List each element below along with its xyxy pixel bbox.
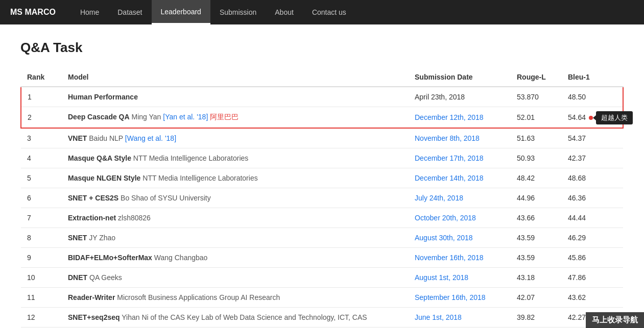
table-row: 4Masque Q&A Style NTT Media Intelligence…: [21, 148, 623, 168]
cell-rank: 6: [21, 188, 62, 208]
cell-date[interactable]: December 17th, 2018: [409, 148, 511, 168]
date-link[interactable]: August 1st, 2018: [415, 273, 468, 282]
date-link[interactable]: August 30th, 2018: [415, 234, 473, 242]
model-sub: Microsoft Business Applications Group AI…: [115, 293, 280, 301]
nav-item-submission[interactable]: Submission: [210, 0, 266, 24]
date-link[interactable]: July 24th, 2018: [415, 194, 463, 202]
cell-bleu: 46.29: [562, 228, 623, 248]
cell-rouge: 44.96: [511, 188, 562, 208]
col-header-rank: Rank: [21, 68, 62, 87]
cell-bleu: 42.37: [562, 148, 623, 168]
date-link[interactable]: June 1st, 2018: [415, 313, 462, 321]
main-content: Q&A Task Rank Model Submission Date Roug…: [0, 24, 644, 328]
cell-date[interactable]: August 1st, 2018: [409, 268, 511, 288]
cell-bleu: 47.86: [562, 268, 623, 288]
leaderboard-table: Rank Model Submission Date Rouge-L Bleu-…: [20, 68, 624, 327]
date-link[interactable]: December 14th, 2018: [415, 174, 484, 182]
table-row: 2Deep Cascade QA Ming Yan [Yan et al. '1…: [21, 107, 623, 129]
col-header-rouge: Rouge-L: [511, 68, 562, 87]
cell-model: Masque NLGEN Style NTT Media Intelligenc…: [62, 168, 409, 188]
date-link[interactable]: October 20th, 2018: [415, 214, 476, 222]
cell-rank: 2: [21, 107, 62, 129]
model-name: Masque NLGEN Style: [68, 174, 140, 182]
model-name: DNET: [68, 273, 87, 282]
table-body: 1Human PerformanceApril 23th, 201853.870…: [21, 87, 623, 327]
cell-rank: 9: [21, 248, 62, 268]
exceeds-human-tooltip: 超越人类: [596, 111, 633, 124]
nav-item-leaderboard[interactable]: Leaderboard: [152, 0, 210, 24]
cell-rank: 7: [21, 208, 62, 228]
table-row: 8SNET JY ZhaoAugust 30th, 201843.5946.29: [21, 228, 623, 248]
nav-link-home[interactable]: Home: [71, 0, 108, 24]
cell-date[interactable]: October 20th, 2018: [409, 208, 511, 228]
model-name: SNET + CES2S: [68, 194, 118, 202]
navbar: MS MARCO Home Dataset Leaderboard Submis…: [0, 0, 644, 24]
cell-date[interactable]: June 1st, 2018: [409, 308, 511, 327]
brand-logo[interactable]: MS MARCO: [10, 8, 56, 17]
exceeds-human-dot: [589, 116, 593, 120]
nav-link-leaderboard[interactable]: Leaderboard: [152, 0, 210, 24]
model-sub: JY Zhao: [87, 234, 115, 242]
cell-rouge: 42.07: [511, 288, 562, 308]
table-row: 5Masque NLGEN Style NTT Media Intelligen…: [21, 168, 623, 188]
nav-item-dataset[interactable]: Dataset: [108, 0, 151, 24]
cell-rouge: 43.59: [511, 248, 562, 268]
cell-rouge: 39.82: [511, 308, 562, 327]
cell-model: SNET JY Zhao: [62, 228, 409, 248]
cell-rank: 12: [21, 308, 62, 327]
cell-model: Masque Q&A Style NTT Media Intelligence …: [62, 148, 409, 168]
model-sub: Bo Shao of SYSU University: [118, 194, 211, 202]
cell-date[interactable]: December 14th, 2018: [409, 168, 511, 188]
nav-item-about[interactable]: About: [266, 0, 303, 24]
cell-rouge: 43.66: [511, 208, 562, 228]
cell-rank: 4: [21, 148, 62, 168]
watermark-badge: 马上收录导航: [586, 312, 644, 328]
nav-link-contact[interactable]: Contact us: [303, 0, 355, 24]
col-header-model: Model: [62, 68, 409, 87]
model-name: Extraction-net: [68, 214, 116, 222]
model-name: BIDAF+ELMo+SofterMax: [68, 254, 152, 262]
model-name: Deep Cascade QA: [68, 113, 130, 121]
cell-date[interactable]: November 16th, 2018: [409, 248, 511, 268]
cell-rouge: 52.01: [511, 107, 562, 129]
model-name: Human Performance: [68, 93, 138, 101]
cell-model: SNET + CES2S Bo Shao of SYSU University: [62, 188, 409, 208]
cell-rank: 1: [21, 87, 62, 107]
model-reference-link[interactable]: [Wang et al. '18]: [125, 134, 176, 142]
nav-item-contact[interactable]: Contact us: [303, 0, 355, 24]
model-pre-link: Ming Yan: [130, 113, 163, 121]
date-link[interactable]: September 16th, 2018: [415, 293, 486, 301]
date-link[interactable]: November 16th, 2018: [415, 254, 484, 262]
nav-link-submission[interactable]: Submission: [210, 0, 266, 24]
model-sub: NTT Media Intelligence Laboratories: [140, 174, 257, 182]
cell-bleu: 54.64超越人类: [562, 107, 623, 129]
cell-model: Human Performance: [62, 87, 409, 107]
cell-model: BIDAF+ELMo+SofterMax Wang Changbao: [62, 248, 409, 268]
cell-rouge: 43.18: [511, 268, 562, 288]
model-reference-link[interactable]: [Yan et al. '18]: [163, 113, 208, 121]
date-link[interactable]: November 8th, 2018: [415, 134, 480, 142]
cell-date[interactable]: July 24th, 2018: [409, 188, 511, 208]
table-row: 12SNET+seq2seq Yihan Ni of the CAS Key L…: [21, 308, 623, 327]
cell-date[interactable]: September 16th, 2018: [409, 288, 511, 308]
date-link[interactable]: December 17th, 2018: [415, 154, 484, 162]
cell-bleu: 43.62: [562, 288, 623, 308]
nav-item-home[interactable]: Home: [71, 0, 108, 24]
nav-links: Home Dataset Leaderboard Submission Abou…: [71, 0, 355, 24]
cell-rank: 11: [21, 288, 62, 308]
date-link[interactable]: December 12th, 2018: [415, 113, 484, 121]
nav-link-about[interactable]: About: [266, 0, 303, 24]
table-row: 10DNET QA GeeksAugust 1st, 201843.1847.8…: [21, 268, 623, 288]
model-name: Masque Q&A Style: [68, 154, 131, 162]
cell-bleu: 48.68: [562, 168, 623, 188]
cell-rouge: 50.93: [511, 148, 562, 168]
model-sub: Wang Changbao: [152, 254, 207, 262]
cell-date[interactable]: August 30th, 2018: [409, 228, 511, 248]
cell-date[interactable]: December 12th, 2018: [409, 107, 511, 129]
model-name: SNET: [68, 234, 87, 242]
cell-date[interactable]: November 8th, 2018: [409, 128, 511, 148]
dot-tooltip-wrapper: 超越人类: [587, 116, 593, 120]
nav-link-dataset[interactable]: Dataset: [108, 0, 151, 24]
table-row: 11Reader-Writer Microsoft Business Appli…: [21, 288, 623, 308]
cell-model: Reader-Writer Microsoft Business Applica…: [62, 288, 409, 308]
